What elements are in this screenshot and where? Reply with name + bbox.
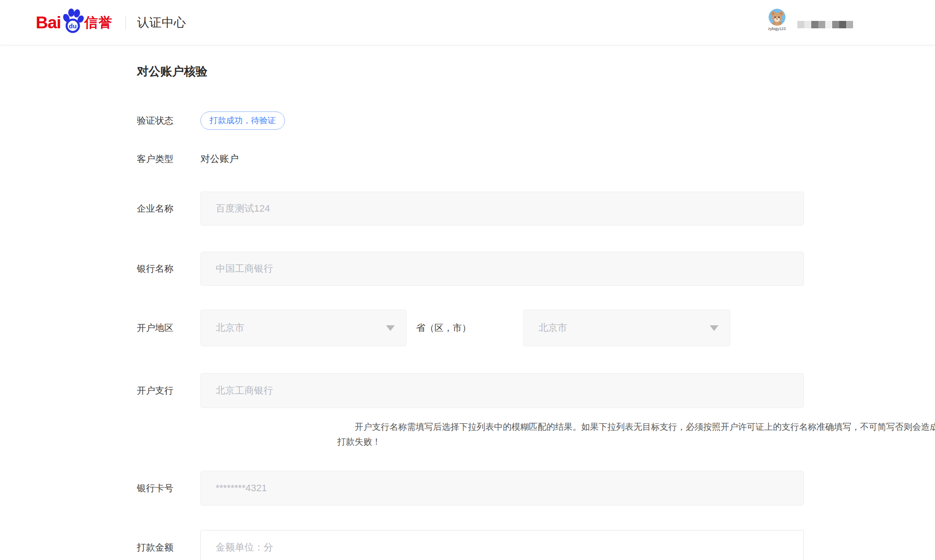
region-label: 开户地区 [137, 322, 200, 334]
customer-type-row: 客户类型 对公账户 [137, 152, 935, 165]
redacted-name-mosaic [797, 21, 853, 28]
logo-text-bai: Bai [36, 14, 61, 31]
payment-amount-input[interactable] [200, 530, 804, 560]
header-divider [125, 16, 126, 29]
province-select-value: 北京市 [216, 321, 244, 334]
account-region-row: 开户地区 北京市 省（区，市） 北京市 [137, 310, 935, 346]
baidu-paw-icon: du [61, 8, 84, 34]
branch-help-text: 开户支行名称需填写后选择下拉列表中的模糊匹配的结果。如果下拉列表无目标支行，必须… [337, 419, 935, 449]
page-title: 对公账户核验 [137, 64, 935, 79]
baidu-xinyu-logo[interactable]: Bai du 信誉 [36, 10, 112, 35]
logo-text-du: du [69, 23, 77, 30]
status-label: 验证状态 [137, 115, 200, 127]
logo-text-xinyu: 信誉 [85, 16, 112, 29]
payment-amount-row: 打款金额 [137, 530, 935, 560]
customer-type-label: 客户类型 [137, 153, 200, 165]
company-name-row: 企业名称 [137, 192, 935, 226]
customer-type-value: 对公账户 [200, 152, 239, 165]
user-account: zybqjy123 [766, 9, 788, 31]
top-header: Bai du 信誉 认证中心 [0, 0, 935, 45]
card-number-row: 银行卡号 [137, 471, 935, 506]
main-content: 对公账户核验 验证状态 打款成功，待验证 客户类型 对公账户 企业名称 银行名称… [0, 45, 935, 560]
region-separator-label: 省（区，市） [416, 322, 471, 334]
company-name-input[interactable] [200, 192, 804, 226]
province-select[interactable]: 北京市 [200, 310, 407, 346]
company-name-label: 企业名称 [137, 202, 200, 215]
user-avatar[interactable] [769, 9, 786, 26]
verification-status-row: 验证状态 打款成功，待验证 [137, 111, 935, 130]
chevron-down-icon [710, 325, 718, 331]
status-badge: 打款成功，待验证 [200, 111, 285, 130]
payment-amount-label: 打款金额 [137, 541, 200, 553]
bank-name-label: 银行名称 [137, 263, 200, 275]
card-number-input[interactable] [200, 471, 804, 506]
card-number-label: 银行卡号 [137, 482, 200, 494]
branch-label: 开户支行 [137, 385, 200, 397]
branch-row: 开户支行 [137, 373, 935, 408]
city-select[interactable]: 北京市 [523, 310, 730, 346]
chevron-down-icon [386, 325, 395, 331]
city-select-value: 北京市 [539, 321, 567, 334]
username-text: zybqjy123 [766, 27, 788, 31]
branch-input[interactable] [200, 373, 804, 408]
portal-title: 认证中心 [137, 14, 186, 31]
bank-name-row: 银行名称 [137, 252, 935, 286]
bank-name-input[interactable] [200, 252, 804, 286]
